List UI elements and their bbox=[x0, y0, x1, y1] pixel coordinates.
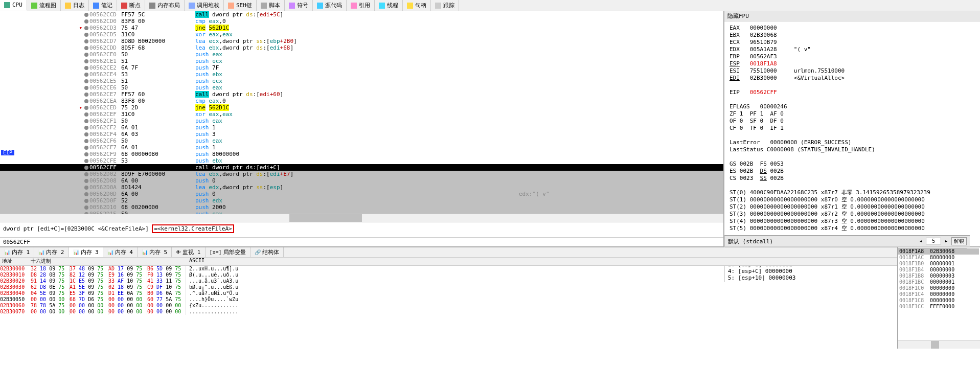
disasm-row[interactable]: 00562CF76A 01push 1 bbox=[0, 144, 723, 151]
disasm-row[interactable]: 00562CE453push ebx bbox=[0, 71, 723, 78]
arg-count-input[interactable] bbox=[926, 238, 941, 244]
disasm-row[interactable]: 00562CEA83F8 00cmp eax,0 bbox=[0, 98, 723, 104]
disasm-row[interactable]: 00562CE551push ecx bbox=[0, 78, 723, 84]
breakpoint-dot[interactable] bbox=[84, 86, 88, 90]
tab-thread[interactable]: 线程 bbox=[375, 0, 403, 11]
dump-row[interactable]: 02B30010D8 28 0B 7582 12 09 75E9 16 09 7… bbox=[0, 272, 897, 278]
breakpoint-dot[interactable] bbox=[84, 73, 88, 77]
disasm-row[interactable]: 00562CE26A 7Fpush 7F bbox=[0, 64, 723, 71]
breakpoint-dot[interactable] bbox=[84, 79, 88, 83]
disasm-row[interactable]: 00562D028D9F E7000000lea ebx,dword ptr d… bbox=[0, 171, 723, 177]
breakpoint-dot[interactable] bbox=[84, 46, 88, 50]
disasm-row[interactable]: ▾00562CED75 2Djne 562D1C bbox=[0, 104, 723, 111]
breakpoint-dot[interactable] bbox=[84, 166, 88, 170]
disasm-row[interactable]: 00562CF26A 01push 1 bbox=[0, 124, 723, 131]
breakpoint-dot[interactable] bbox=[84, 112, 88, 117]
dump-row[interactable]: 02B3000032 18 09 7537 48 09 75AD 17 09 7… bbox=[0, 266, 897, 272]
calling-convention[interactable]: 默认 (stdcall) bbox=[728, 238, 773, 245]
disasm-row[interactable]: 00562CE050push eax bbox=[0, 51, 723, 58]
breakpoint-dot[interactable] bbox=[84, 39, 88, 43]
breakpoint-dot[interactable] bbox=[84, 106, 88, 110]
stack-row[interactable]: 0018F1B0 00000001 bbox=[899, 261, 979, 267]
disasm-row[interactable]: 00562CEF31C0xor eax,eax bbox=[0, 111, 723, 118]
disasm-row[interactable]: 00562D086A 00push 0 bbox=[0, 177, 723, 184]
breakpoint-dot[interactable] bbox=[84, 93, 88, 97]
disasm-row[interactable]: 00562CD531C0xor eax,eax bbox=[0, 31, 723, 38]
stack-row[interactable]: 0018F1CC FFFF0000 bbox=[899, 304, 979, 310]
dump-row[interactable]: 02B3005000 00 00 0068 7D D6 7500 00 00 0… bbox=[0, 296, 897, 303]
breakpoint-dot[interactable] bbox=[84, 199, 88, 203]
tab-src[interactable]: 源代码 bbox=[313, 0, 347, 11]
breakpoint-dot[interactable] bbox=[84, 186, 88, 190]
breakpoint-dot[interactable] bbox=[84, 179, 88, 183]
stack-row[interactable]: 0018F1B8 00000003 bbox=[899, 273, 979, 279]
breakpoint-dot[interactable] bbox=[84, 99, 88, 103]
stack-row[interactable]: 0018F1A8 02B30068 bbox=[899, 248, 979, 255]
tab-bp[interactable]: 断点 bbox=[117, 0, 145, 11]
disasm-row[interactable]: 00562CF150push eax bbox=[0, 118, 723, 124]
dump-tab[interactable]: 🔗结构体 bbox=[250, 247, 284, 257]
stack-row[interactable]: 0018F1C4 00000000 bbox=[899, 291, 979, 298]
disasm-row[interactable]: 00562CD083F8 00cmp eax,0 bbox=[0, 18, 723, 25]
stack-row[interactable]: 0018F1C8 00000000 bbox=[899, 298, 979, 304]
breakpoint-dot[interactable] bbox=[84, 119, 88, 123]
dump-tab[interactable]: [x=]局部变量 bbox=[206, 247, 250, 257]
disasm-row[interactable]: 00562D0F52push edx bbox=[0, 197, 723, 204]
breakpoint-dot[interactable] bbox=[84, 66, 88, 70]
arg-count-spinner-down[interactable]: ◂ bbox=[919, 238, 923, 244]
breakpoint-dot[interactable] bbox=[84, 59, 88, 63]
disasm-row[interactable]: 00562CE650push eax bbox=[0, 84, 723, 91]
stack-row[interactable]: 0018F1C0 00000000 bbox=[899, 285, 979, 291]
dump-row[interactable]: 02B3003062 D8 0E 75A1 5E 09 7502 18 09 7… bbox=[0, 284, 897, 290]
dump-row[interactable]: 02B3002091 14 09 751C E5 09 7533 AF 10 7… bbox=[0, 278, 897, 284]
tab-flow[interactable]: 流程图 bbox=[27, 0, 61, 11]
disasm-row[interactable]: 00562CFFFF57 0Ccall dword ptr ds:[edi+C] bbox=[0, 164, 723, 171]
disasm-row[interactable]: 00562D1068 00200000push 2000 bbox=[0, 204, 723, 211]
disasm-row[interactable]: 00562CCDFF57 5Ccall dword ptr ds:[edi+5C… bbox=[0, 11, 723, 18]
breakpoint-dot[interactable] bbox=[84, 13, 88, 17]
disasm-row[interactable]: 00562CF46A 03push 3 bbox=[0, 131, 723, 138]
tab-seh[interactable]: SEH链 bbox=[224, 0, 257, 11]
breakpoint-dot[interactable] bbox=[84, 26, 88, 30]
stack-row[interactable]: 0018F1B4 00000000 bbox=[899, 267, 979, 273]
disasm-row[interactable]: 00562D0A8D1424lea edx,dword ptr ss:[esp] bbox=[0, 184, 723, 191]
disasm-row[interactable]: 00562CDD8D5F 68lea ebx,dword ptr ds:[edi… bbox=[0, 44, 723, 51]
stack-row[interactable]: 0018F1BC 00000001 bbox=[899, 279, 979, 285]
breakpoint-dot[interactable] bbox=[84, 146, 88, 150]
breakpoint-dot[interactable] bbox=[84, 132, 88, 136]
arg-count-spinner-up[interactable]: ▸ bbox=[945, 238, 948, 244]
disasm-row[interactable]: ▾00562CD375 47jne 562D1C bbox=[0, 25, 723, 31]
stack-scrollbar[interactable] bbox=[898, 340, 980, 349]
tab-stack[interactable]: 调用堆栈 bbox=[185, 0, 224, 11]
disasm-row[interactable]: 00562CFE53push ebx bbox=[0, 157, 723, 164]
stack-body[interactable]: 0018F1A8 02B300680018F1AC 800000000018F1… bbox=[898, 247, 980, 340]
disasm-row[interactable]: 00562CE151push ecx bbox=[0, 58, 723, 64]
dump-tab[interactable]: 📊内存 3 bbox=[69, 247, 103, 257]
tab-script[interactable]: 脚本 bbox=[257, 0, 285, 11]
breakpoint-dot[interactable] bbox=[84, 159, 88, 163]
dump-row[interactable]: 02B3007000 00 00 0000 00 00 0000 00 00 0… bbox=[0, 309, 897, 315]
breakpoint-dot[interactable] bbox=[84, 172, 88, 176]
disasm-row[interactable]: 00562CD78D8D B0020000lea ecx,dword ptr s… bbox=[0, 38, 723, 44]
lock-button[interactable]: 解锁 bbox=[951, 237, 967, 245]
disasm-scrollbar[interactable] bbox=[0, 214, 723, 222]
breakpoint-dot[interactable] bbox=[84, 192, 88, 196]
fpu-toggle[interactable]: 隐藏FPU bbox=[727, 12, 749, 20]
tab-mem[interactable]: 内存布局 bbox=[145, 0, 185, 11]
tab-sym[interactable]: 符号 bbox=[285, 0, 313, 11]
disassembly-view[interactable]: EIP 00562CCDFF57 5Ccall dword ptr ds:[ed… bbox=[0, 11, 723, 214]
dump-tab[interactable]: 👁监视 1 bbox=[172, 247, 205, 257]
breakpoint-dot[interactable] bbox=[84, 126, 88, 130]
breakpoint-dot[interactable] bbox=[84, 205, 88, 210]
dump-tab[interactable]: 📊内存 4 bbox=[103, 247, 138, 257]
stack-row[interactable]: 0018F1AC 80000000 bbox=[899, 255, 979, 261]
registers-header[interactable]: 隐藏FPU bbox=[724, 11, 980, 21]
dump-tab[interactable]: 📊内存 5 bbox=[138, 247, 172, 257]
dump-row[interactable]: 02B3006078 78 5A 7500 00 00 0000 00 00 0… bbox=[0, 303, 897, 309]
disasm-row[interactable]: 00562D0D6A 00push 0edx:"( v" bbox=[0, 191, 723, 197]
tab-ref[interactable]: 引用 bbox=[347, 0, 375, 11]
registers-body[interactable]: EAX 00000000 EBX 02B30068 ECX 9651DB79 E… bbox=[724, 21, 980, 235]
tab-log[interactable]: 日志 bbox=[61, 0, 89, 11]
dump-body[interactable]: 02B3000032 18 09 7537 48 09 75AD 17 09 7… bbox=[0, 266, 897, 349]
dump-tab[interactable]: 📊内存 2 bbox=[34, 247, 69, 257]
